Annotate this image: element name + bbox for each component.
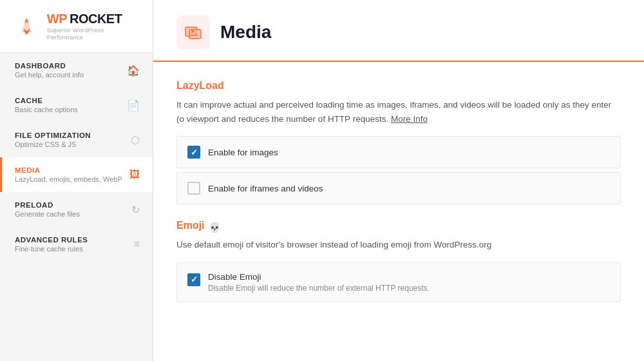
layers-icon: ⬡: [131, 134, 140, 146]
logo-subtitle: Superior WordPress Performance: [47, 26, 140, 41]
emoji-section: Emoji 💀 Use default emoji of visitor's b…: [176, 220, 621, 302]
nav-preload-subtitle: Generate cache files: [15, 210, 131, 218]
nav-file-opt-subtitle: Optimize CSS & JS: [15, 141, 131, 148]
lazyload-title: LazyLoad: [176, 80, 621, 92]
page-title: Media: [220, 22, 271, 43]
logo-rocket: ROCKET: [70, 12, 122, 26]
emoji-title: Emoji: [176, 220, 205, 231]
sidebar-item-cache[interactable]: CACHE Basic cache options 📄: [0, 88, 153, 122]
logo-area: WP ROCKET Superior WordPress Performance: [0, 0, 153, 53]
home-icon: 🏠: [127, 64, 140, 77]
lazyload-section: LazyLoad It can improve actual and perce…: [176, 80, 621, 204]
media-icon: 🖼: [129, 169, 140, 180]
sidebar-item-media[interactable]: MEDIA LazyLoad, emojis, embeds, WebP 🖼: [0, 157, 153, 192]
sidebar-item-file-optimization[interactable]: FILE OPTIMIZATION Optimize CSS & JS ⬡: [0, 122, 153, 157]
list-icon: ≡: [134, 239, 140, 250]
nav-dashboard-title: DASHBOARD: [15, 62, 127, 70]
nav-advanced-title: ADVANCED RULES: [15, 236, 134, 244]
nav-media-title: MEDIA: [15, 166, 129, 174]
sidebar-item-dashboard[interactable]: DASHBOARD Get help, account info 🏠: [0, 53, 153, 88]
media-page-icon: [184, 23, 202, 41]
option-enable-iframes-label: Enable for iframes and videos: [208, 184, 323, 193]
option-enable-iframes: Enable for iframes and videos: [176, 172, 621, 204]
sidebar-item-preload[interactable]: PRELOAD Generate cache files ↻: [0, 192, 153, 227]
nav-advanced-subtitle: Fine-tune cache rules: [15, 245, 134, 253]
more-info-link[interactable]: More Info: [391, 114, 428, 124]
checkbox-enable-images[interactable]: [187, 146, 200, 159]
checkbox-disable-emoji[interactable]: [187, 273, 200, 286]
nav-menu: DASHBOARD Get help, account info 🏠 CACHE…: [0, 53, 153, 361]
wp-rocket-logo-icon: [13, 12, 41, 41]
option-disable-emoji-desc: Disable Emoji will reduce the number of …: [208, 284, 430, 293]
logo-wp: WP: [47, 12, 67, 26]
file-icon: 📄: [127, 99, 140, 112]
sidebar-item-advanced-rules[interactable]: ADVANCED RULES Fine-tune cache rules ≡: [0, 227, 153, 262]
main-content: Media LazyLoad It can improve actual and…: [153, 0, 644, 361]
option-enable-images: Enable for images: [176, 136, 621, 168]
page-header: Media: [153, 0, 644, 62]
nav-dashboard-subtitle: Get help, account info: [15, 71, 127, 79]
lazyload-description: It can improve actual and perceived load…: [176, 98, 621, 126]
emoji-description: Use default emoji of visitor's browser i…: [176, 238, 621, 252]
nav-cache-title: CACHE: [15, 97, 127, 104]
checkbox-enable-iframes[interactable]: [187, 182, 200, 195]
nav-preload-title: PRELOAD: [15, 201, 131, 209]
option-disable-emoji: Disable Emoji Disable Emoji will reduce …: [176, 262, 621, 302]
option-disable-emoji-label: Disable Emoji: [208, 272, 430, 282]
page-icon: [176, 15, 210, 49]
svg-point-4: [191, 30, 194, 33]
nav-media-subtitle: LazyLoad, emojis, embeds, WebP: [15, 175, 129, 183]
logo-text: WP ROCKET Superior WordPress Performance: [47, 12, 140, 41]
refresh-icon: ↻: [131, 204, 140, 216]
option-enable-images-label: Enable for images: [208, 148, 278, 157]
svg-point-1: [24, 22, 30, 31]
emoji-skull-icon: 💀: [209, 222, 221, 233]
nav-cache-subtitle: Basic cache options: [15, 106, 127, 113]
content-body: LazyLoad It can improve actual and perce…: [153, 62, 644, 324]
sidebar: WP ROCKET Superior WordPress Performance…: [0, 0, 153, 361]
nav-file-opt-title: FILE OPTIMIZATION: [15, 132, 131, 139]
